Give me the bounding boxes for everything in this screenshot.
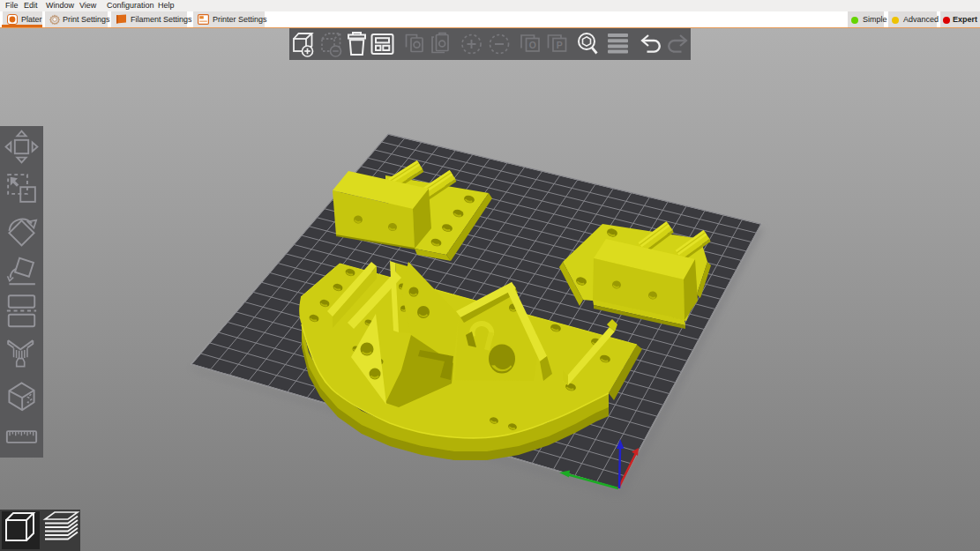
svg-text:P: P [557, 40, 563, 50]
svg-text:O: O [529, 40, 536, 50]
